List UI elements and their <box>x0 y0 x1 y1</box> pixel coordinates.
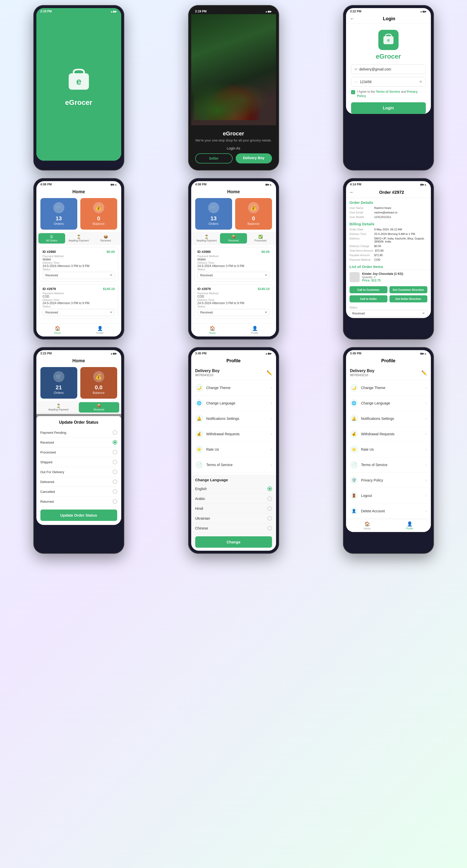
back-button[interactable]: ← <box>349 190 354 195</box>
menu-item-privacy[interactable]: 🛡️ Privacy Policy › <box>346 473 431 488</box>
payment-value: COD <box>197 295 270 298</box>
status-option-payment-pending[interactable]: Payment Pending <box>40 428 117 437</box>
delivery-boy-button[interactable]: Delivery Boy <box>236 153 272 163</box>
tab-received[interactable]: 📦 Received <box>92 233 119 244</box>
language-english[interactable]: English <box>195 484 272 494</box>
status-option-out-for-delivery[interactable]: Out For Delivery <box>40 467 117 477</box>
received-icon: 📦 <box>103 235 108 239</box>
seller-direction-button[interactable]: Get Seller Direction <box>390 295 427 302</box>
tab-all-orders[interactable]: ☰ All Orders <box>38 233 65 244</box>
menu-item-notifications[interactable]: 🔔 Notifications Settings › <box>346 411 431 427</box>
terms-link[interactable]: Terms of Service <box>376 90 400 93</box>
terms-checkbox[interactable] <box>351 90 355 94</box>
tab-received[interactable]: 📦 Received <box>79 402 119 412</box>
order-list: ID #2980 $0.00 Payment Method Wallet Del… <box>191 245 276 323</box>
terms-text: I Agree to the Terms of Service and Priv… <box>357 90 426 98</box>
orders-count: 13 <box>56 215 62 222</box>
menu-item-withdrawal[interactable]: 💰 Withdrawal Requests › <box>346 427 431 442</box>
language-ukrainian[interactable]: Ukrainian <box>195 514 272 523</box>
edit-icon[interactable]: ✏️ <box>421 370 427 376</box>
menu-item-terms[interactable]: 📄 Terms of Service › <box>191 457 276 473</box>
phone-onboarding: 2:19 PM ▲◉▶ eGrocer We're your one-stop … <box>188 5 279 170</box>
nav-home-label: Home <box>364 527 371 530</box>
radio-arabic[interactable] <box>268 496 272 501</box>
menu-item-terms[interactable]: 📄 Terms of Service › <box>346 457 431 473</box>
status-option-delivered[interactable]: Delivered <box>40 477 117 487</box>
status-option-received[interactable]: Received <box>40 437 117 447</box>
menu-item-rate-us[interactable]: ⭐ Rate Us › <box>191 442 276 457</box>
radio-hindi[interactable] <box>268 506 272 511</box>
menu-item-rate-us[interactable]: ⭐ Rate Us › <box>346 442 431 457</box>
nav-profile[interactable]: 👤 Profile <box>234 326 276 335</box>
chevron-right-icon: › <box>271 432 272 436</box>
tab-awaiting[interactable]: ⏳ Awaiting Payment <box>193 233 220 244</box>
radio-english[interactable] <box>268 487 272 491</box>
status-select[interactable]: Received <box>197 272 270 279</box>
radio-out-for-delivery[interactable] <box>113 470 117 474</box>
back-button[interactable]: ← <box>350 16 354 22</box>
status-select[interactable]: Received <box>197 309 270 316</box>
update-button[interactable]: Update Order Status <box>40 509 117 521</box>
menu-item-withdrawal[interactable]: 💰 Withdrawal Requests › <box>191 427 276 442</box>
radio-ukrainian[interactable] <box>268 516 272 521</box>
tab-received[interactable]: 📦 Received <box>220 233 247 244</box>
radio-shipped[interactable] <box>113 460 117 464</box>
eye-icon[interactable]: 👁 <box>419 80 423 84</box>
nav-profile[interactable]: 👤 Profile <box>79 326 121 335</box>
tab-processed[interactable]: ✅ Processed <box>247 233 274 244</box>
menu-label-logout: Logout <box>361 494 423 498</box>
call-customer-button[interactable]: Call to Customer <box>349 286 387 293</box>
language-chinese[interactable]: Chinese <box>195 523 272 533</box>
profile-user-section: Delivery Boy 9876543210 ✏️ <box>191 366 276 380</box>
status-option-returned[interactable]: Returned <box>40 497 117 506</box>
nav-profile[interactable]: 👤 Profile <box>388 521 431 530</box>
menu-item-change-theme[interactable]: 🌙 Change Theme › <box>191 380 276 396</box>
status-option-shipped[interactable]: Shipped <box>40 457 117 467</box>
radio-delivered[interactable] <box>113 479 117 484</box>
status-option-cancelled[interactable]: Cancelled <box>40 487 117 497</box>
radio-cancelled[interactable] <box>113 489 117 494</box>
balance-count: 0.0 <box>95 384 102 391</box>
change-language-button[interactable]: Change <box>195 536 272 548</box>
login-logo-area: e eGrocer <box>346 24 431 64</box>
radio-processed[interactable] <box>113 450 117 455</box>
radio-returned[interactable] <box>113 499 117 504</box>
seller-button[interactable]: Seller <box>195 153 232 163</box>
status-select[interactable]: Received <box>43 309 115 316</box>
menu-item-notifications[interactable]: 🔔 Notifications Settings › <box>191 411 276 427</box>
login-button[interactable]: Login <box>351 102 426 114</box>
home-icon: 🏠 <box>55 326 60 331</box>
nav-home[interactable]: 🏠 Home <box>191 326 234 335</box>
menu-item-change-language[interactable]: 🌐 Change Language › <box>346 396 431 411</box>
logout-icon: 🚪 <box>350 492 358 500</box>
status-select[interactable]: Received <box>349 310 427 317</box>
radio-payment-pending[interactable] <box>113 430 117 435</box>
menu-item-change-language[interactable]: 🌐 Change Language › <box>191 396 276 411</box>
edit-icon[interactable]: ✏️ <box>267 370 272 376</box>
status-select[interactable]: Received <box>43 272 115 279</box>
menu-item-delete-account[interactable]: 👤 Delete Account › <box>346 503 431 519</box>
radio-received[interactable] <box>113 440 117 444</box>
order-amount: $145.10 <box>103 287 115 291</box>
money-icon: 💰 <box>93 202 104 213</box>
menu-item-logout[interactable]: 🚪 Logout › <box>346 488 431 503</box>
customer-direction-button[interactable]: Get Customer Direction <box>390 286 427 293</box>
language-arabic[interactable]: Arabic <box>195 494 272 504</box>
tab-all-label: All Orders <box>46 239 57 242</box>
radio-chinese[interactable] <box>268 526 272 530</box>
nav-home[interactable]: 🏠 Home <box>36 326 79 335</box>
status-label: Status <box>197 305 270 308</box>
order-product-row: Kinder Joy Chocolate (1 KG) Quantity: 2 … <box>346 270 431 284</box>
tab-awaiting[interactable]: ⏳ Awaiting Payment <box>65 233 92 244</box>
language-hindi[interactable]: Hindi <box>195 504 272 514</box>
menu-item-change-theme[interactable]: 🌙 Change Theme › <box>346 380 431 396</box>
password-field[interactable]: 123456 <box>360 80 419 84</box>
nav-home[interactable]: 🏠 Home <box>346 521 388 530</box>
profile-name: Delivery Boy <box>195 369 220 373</box>
tab-awaiting[interactable]: ⏳ Awaiting Payment <box>38 402 79 412</box>
delivery-time: 24-5-2024 Afternoon 3 PM to 9 PM <box>197 301 270 305</box>
call-seller-button[interactable]: Call to Seller <box>349 295 387 302</box>
email-field[interactable]: delivery@gmail.com <box>360 67 423 71</box>
status-option-processed[interactable]: Processed <box>40 447 117 457</box>
status-label-returned: Returned <box>40 500 54 503</box>
